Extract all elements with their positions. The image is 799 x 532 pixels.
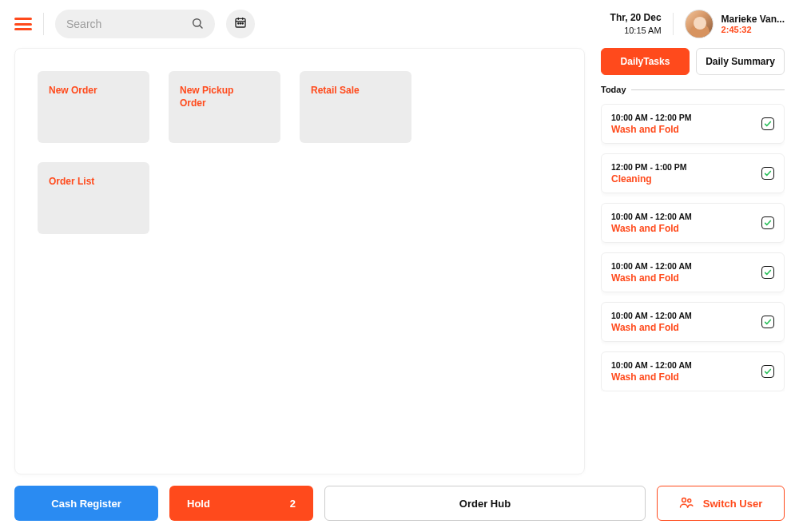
task-title: Cleaning [611,173,687,185]
users-icon [679,495,694,512]
task-time: 10:00 AM - 12:00 AM [611,311,692,320]
svg-point-6 [238,23,239,24]
action-card-new-pickup-order[interactable]: New Pickup Order [169,71,280,143]
task-item[interactable]: 12:00 PM - 1:00 PMCleaning [601,153,785,193]
task-time: 10:00 AM - 12:00 PM [611,113,692,122]
search-input[interactable] [66,18,178,30]
checkmark-icon[interactable] [761,216,774,229]
task-item[interactable]: 10:00 AM - 12:00 PMWash and Fold [601,104,785,144]
task-item[interactable]: 10:00 AM - 12:00 AMWash and Fold [601,351,785,391]
checkmark-icon[interactable] [761,167,774,180]
menu-icon[interactable] [14,18,32,30]
user-profile[interactable]: Marieke Van... 2:45:32 [685,10,785,38]
checkmark-icon[interactable] [761,316,774,328]
action-card-label: New Pickup Order [180,84,260,109]
tab-daily-summary[interactable]: Daily Summary [696,48,785,75]
checkmark-icon[interactable] [761,266,774,279]
divider [673,13,674,35]
search-input-wrapper[interactable] [55,10,215,38]
switch-user-button[interactable]: Switch User [657,486,785,521]
hold-count: 2 [290,498,296,510]
session-timer: 2:45:32 [721,25,785,34]
switch-user-label: Switch User [703,498,762,510]
svg-point-10 [688,498,691,502]
calendar-button[interactable] [226,10,255,38]
order-hub-button[interactable]: Order Hub [324,486,646,521]
action-card-label: Retail Sale [311,84,391,97]
action-card-label: New Order [49,84,129,97]
task-time: 10:00 AM - 12:00 AM [611,212,692,221]
action-card-retail-sale[interactable]: Retail Sale [300,71,411,143]
main-panel: New OrderNew Pickup OrderRetail SaleOrde… [14,48,585,474]
hold-button[interactable]: Hold 2 [169,486,313,521]
cash-register-button[interactable]: Cash Register [14,486,158,521]
checkmark-icon[interactable] [761,117,774,130]
current-time: 10:15 AM [610,25,662,37]
calendar-icon [234,16,247,32]
svg-point-9 [682,498,686,502]
datetime-display: Thr, 20 Dec 10:15 AM [610,11,662,37]
action-card-order-list[interactable]: Order List [38,162,149,234]
avatar [685,10,714,38]
action-card-label: Order List [49,175,129,188]
svg-point-8 [242,23,243,24]
today-label: Today [601,85,785,94]
action-card-new-order[interactable]: New Order [38,71,149,143]
task-item[interactable]: 10:00 AM - 12:00 AMWash and Fold [601,252,785,292]
search-icon [191,17,204,32]
hold-label: Hold [187,498,210,510]
svg-point-7 [240,23,240,24]
task-title: Wash and Fold [611,322,692,333]
tab-daily-tasks[interactable]: DailyTasks [601,48,690,75]
task-title: Wash and Fold [611,124,692,135]
task-time: 12:00 PM - 1:00 PM [611,162,687,172]
current-date: Thr, 20 Dec [610,11,662,25]
task-title: Wash and Fold [611,223,692,234]
task-item[interactable]: 10:00 AM - 12:00 AMWash and Fold [601,302,785,342]
checkmark-icon[interactable] [761,365,774,378]
task-time: 10:00 AM - 12:00 AM [611,360,692,370]
user-name: Marieke Van... [721,14,785,25]
task-title: Wash and Fold [611,371,692,383]
divider [43,13,44,35]
task-item[interactable]: 10:00 AM - 12:00 AMWash and Fold [601,203,785,243]
task-title: Wash and Fold [611,272,692,284]
task-time: 10:00 AM - 12:00 AM [611,261,692,271]
svg-line-1 [200,26,202,28]
